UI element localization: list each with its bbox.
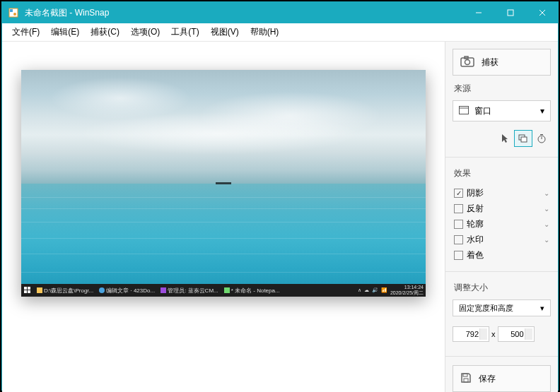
source-section-label: 来源 (453, 81, 551, 95)
source-dropdown[interactable]: 窗口 ▾ (453, 100, 551, 121)
titlebar: 未命名截图 - WinSnap (2, 2, 558, 23)
close-button[interactable] (526, 2, 558, 23)
body: D:\森思云盘\Progr... 编辑文章 · 423Do... 管理员: 蓝奏… (2, 42, 558, 392)
window-controls (462, 2, 558, 23)
save-label: 保存 (479, 373, 496, 385)
taskbar-item: * 未命名 - Notepa... (221, 284, 283, 297)
chevron-down-icon: ⌄ (544, 189, 549, 197)
preview-sky (21, 70, 426, 188)
menu-tools[interactable]: 工具(T) (165, 23, 204, 41)
checkbox-icon (454, 220, 463, 229)
menu-file[interactable]: 文件(F) (6, 23, 45, 41)
timer-mode-button[interactable] (532, 130, 551, 147)
window-title: 未命名截图 - WinSnap (25, 7, 462, 19)
canvas-viewport: D:\森思云盘\Progr... 编辑文章 · 423Do... 管理员: 蓝奏… (2, 42, 445, 392)
app-icon (6, 7, 21, 18)
chevron-down-icon: ⌄ (544, 220, 549, 228)
svg-point-29 (465, 59, 470, 64)
chevron-down-icon: ⌄ (544, 236, 549, 244)
effect-tint[interactable]: 着色 (453, 247, 551, 263)
menu-view[interactable]: 视图(V) (205, 23, 245, 41)
checkbox-icon (454, 235, 463, 244)
svg-rect-9 (24, 290, 27, 293)
app-window: 未命名截图 - WinSnap 文件(F) 编辑(E) 捕获(C) 选项(O) … (1, 1, 559, 391)
canvas-area: D:\森思云盘\Progr... 编辑文章 · 423Do... 管理员: 蓝奏… (2, 42, 445, 392)
source-value: 窗口 (474, 105, 491, 117)
capture-label: 捕获 (482, 57, 498, 69)
effects-list: ✓阴影⌄ 反射⌄ 轮廓⌄ 水印⌄ 着色 (453, 185, 551, 263)
effect-watermark[interactable]: 水印⌄ (453, 232, 551, 247)
save-button[interactable]: 保存 (453, 365, 551, 392)
svg-rect-8 (28, 287, 30, 290)
taskbar-tray: ∧☁🔊📶 13:14:24 2020/2/25/周二 (358, 285, 426, 296)
capture-button[interactable]: 捕获 (453, 49, 551, 76)
taskbar-item: D:\森思云盘\Progr... (34, 284, 96, 297)
menu-capture[interactable]: 捕获(C) (85, 23, 125, 41)
svg-rect-10 (28, 290, 30, 293)
width-input[interactable]: 792 (453, 326, 489, 342)
svg-rect-31 (460, 106, 469, 114)
preview-taskbar: D:\森思云盘\Progr... 编辑文章 · 423Do... 管理员: 蓝奏… (21, 284, 426, 297)
effect-reflection[interactable]: 反射⌄ (453, 201, 551, 216)
menu-help[interactable]: 帮助(H) (245, 23, 285, 41)
checkbox-icon (454, 251, 463, 260)
chevron-down-icon: ▾ (540, 304, 544, 313)
minimize-button[interactable] (462, 2, 494, 23)
svg-point-2 (13, 13, 16, 16)
resize-mode-value: 固定宽度和高度 (459, 303, 513, 314)
checkbox-icon: ✓ (454, 189, 463, 198)
svg-rect-34 (521, 137, 527, 142)
preview-boat (216, 182, 231, 184)
taskbar-item: 编辑文章 · 423Do... (96, 284, 158, 297)
times-label: x (491, 330, 496, 338)
menu-edit[interactable]: 编辑(E) (45, 23, 85, 41)
start-button (21, 284, 34, 297)
side-panel: 捕获 来源 窗口 ▾ 效果 ✓阴影⌄ 反射⌄ 轮廓⌄ 水印⌄ 着色 (445, 42, 558, 392)
camera-icon (460, 56, 474, 69)
window-mode-button[interactable] (514, 130, 532, 147)
chevron-down-icon: ▾ (540, 106, 544, 116)
resize-fields: 792 x 500 (453, 326, 551, 342)
resize-section-label: 调整大小 (453, 280, 551, 294)
screenshot-preview[interactable]: D:\森思云盘\Progr... 编辑文章 · 423Do... 管理员: 蓝奏… (21, 70, 426, 297)
source-mode-row (453, 130, 551, 147)
checkbox-icon (454, 204, 463, 213)
cursor-mode-button[interactable] (496, 130, 514, 147)
svg-rect-4 (508, 10, 513, 16)
effect-shadow[interactable]: ✓阴影⌄ (453, 185, 551, 201)
menu-options[interactable]: 选项(O) (125, 23, 165, 41)
maximize-button[interactable] (494, 2, 526, 23)
save-icon (460, 372, 472, 386)
chevron-down-icon: ⌄ (544, 205, 549, 213)
resize-mode-dropdown[interactable]: 固定宽度和高度 ▾ (453, 299, 551, 316)
svg-rect-1 (10, 9, 13, 12)
svg-rect-7 (24, 287, 27, 290)
effect-outline[interactable]: 轮廓⌄ (453, 216, 551, 232)
effects-section-label: 效果 (453, 166, 551, 179)
preview-sea (21, 184, 426, 297)
taskbar-item: 管理员: 蓝奏云CM... (158, 284, 221, 297)
menubar: 文件(F) 编辑(E) 捕获(C) 选项(O) 工具(T) 视图(V) 帮助(H… (2, 23, 558, 42)
window-icon (459, 106, 469, 117)
height-input[interactable]: 500 (498, 326, 535, 342)
